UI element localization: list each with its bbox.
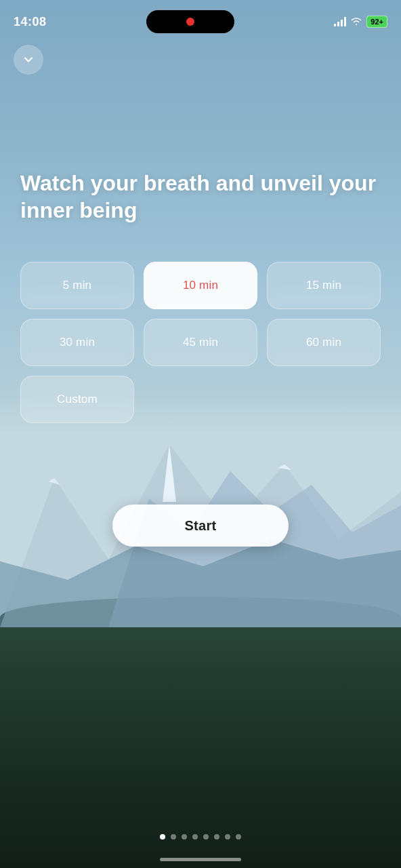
background: [0, 0, 401, 868]
dot-5: [203, 834, 209, 840]
dot-4: [192, 834, 198, 840]
duration-15min[interactable]: 15 min: [267, 262, 381, 309]
duration-custom[interactable]: Custom: [20, 376, 134, 423]
home-indicator: [160, 858, 241, 861]
start-button[interactable]: Start: [112, 505, 289, 547]
duration-10min[interactable]: 10 min: [144, 262, 257, 309]
dot-8: [236, 834, 241, 840]
hills: [0, 597, 401, 868]
duration-30min[interactable]: 30 min: [20, 319, 134, 366]
page-dots: [0, 834, 401, 840]
dot-2: [171, 834, 176, 840]
duration-45min[interactable]: 45 min: [144, 319, 257, 366]
chevron-down-icon: [22, 53, 35, 66]
battery-indicator: 92+: [366, 16, 387, 28]
wifi-icon: [350, 16, 362, 28]
dot-1: [160, 834, 165, 840]
status-bar: 14:08 92+: [0, 0, 401, 35]
dot-3: [182, 834, 187, 840]
status-right: 92+: [334, 16, 387, 28]
duration-5min[interactable]: 5 min: [20, 262, 134, 309]
dot-7: [225, 834, 230, 840]
dynamic-island: [146, 10, 234, 33]
recording-dot: [186, 18, 194, 26]
signal-icon: [334, 17, 346, 26]
page-heading: Watch your breath and unveil your inner …: [20, 170, 381, 224]
back-button[interactable]: [14, 45, 43, 75]
dot-6: [214, 834, 219, 840]
status-time: 14:08: [14, 15, 47, 29]
duration-grid: 5 min 10 min 15 min 30 min 45 min 60 min…: [20, 262, 381, 423]
duration-60min[interactable]: 60 min: [267, 319, 381, 366]
